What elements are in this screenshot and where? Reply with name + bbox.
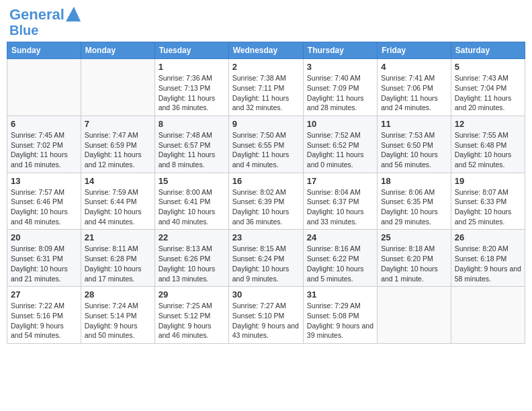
day-info: Sunrise: 7:48 AMSunset: 6:57 PMDaylight:… — [159, 130, 225, 170]
day-info: Sunrise: 8:15 AMSunset: 6:24 PMDaylight:… — [232, 244, 300, 283]
day-info: Sunrise: 7:57 AMSunset: 6:46 PMDaylight:… — [11, 187, 77, 227]
day-info: Sunrise: 7:25 AMSunset: 5:12 PMDaylight:… — [159, 301, 225, 340]
day-info: Sunrise: 7:52 AMSunset: 6:52 PMDaylight:… — [307, 130, 373, 170]
day-info: Sunrise: 8:16 AMSunset: 6:22 PMDaylight:… — [307, 244, 373, 283]
day-info: Sunrise: 8:06 AMSunset: 6:35 PMDaylight:… — [381, 187, 447, 227]
day-info: Sunrise: 8:20 AMSunset: 6:18 PMDaylight:… — [455, 244, 521, 283]
logo-blue-text: Blue — [9, 23, 38, 38]
day-info: Sunrise: 7:43 AMSunset: 7:04 PMDaylight:… — [455, 73, 521, 113]
calendar-cell: 14Sunrise: 7:59 AMSunset: 6:44 PMDayligh… — [81, 173, 154, 230]
calendar-cell: 25Sunrise: 8:18 AMSunset: 6:20 PMDayligh… — [378, 230, 451, 287]
calendar-cell: 20Sunrise: 8:09 AMSunset: 6:31 PMDayligh… — [7, 230, 81, 287]
day-number: 19 — [455, 176, 521, 186]
logo-text: General — [9, 7, 64, 23]
weekday-header-thursday: Thursday — [303, 42, 377, 59]
day-number: 28 — [85, 289, 151, 300]
day-number: 3 — [307, 62, 373, 72]
calendar-cell: 19Sunrise: 8:07 AMSunset: 6:33 PMDayligh… — [451, 173, 525, 230]
day-number: 21 — [85, 232, 151, 242]
day-info: Sunrise: 7:59 AMSunset: 6:44 PMDaylight:… — [85, 187, 151, 227]
calendar-cell: 18Sunrise: 8:06 AMSunset: 6:35 PMDayligh… — [378, 173, 451, 230]
day-info: Sunrise: 8:13 AMSunset: 6:26 PMDaylight:… — [159, 244, 225, 283]
day-info: Sunrise: 8:04 AMSunset: 6:37 PMDaylight:… — [307, 187, 373, 227]
day-number: 10 — [307, 119, 373, 129]
weekday-header-row: SundayMondayTuesdayWednesdayThursdayFrid… — [7, 42, 525, 59]
weekday-header-saturday: Saturday — [451, 42, 525, 59]
day-number: 14 — [85, 176, 151, 186]
calendar-cell: 3Sunrise: 7:40 AMSunset: 7:09 PMDaylight… — [303, 59, 377, 116]
day-number: 22 — [159, 232, 225, 242]
day-number: 25 — [381, 232, 447, 242]
calendar-cell: 13Sunrise: 7:57 AMSunset: 6:46 PMDayligh… — [7, 173, 81, 230]
day-info: Sunrise: 7:47 AMSunset: 6:59 PMDaylight:… — [85, 130, 151, 170]
calendar-cell: 9Sunrise: 7:50 AMSunset: 6:55 PMDaylight… — [228, 116, 303, 173]
day-info: Sunrise: 7:36 AMSunset: 7:13 PMDaylight:… — [159, 73, 225, 113]
calendar-table: SundayMondayTuesdayWednesdayThursdayFrid… — [7, 42, 525, 344]
calendar-week-5: 27Sunrise: 7:22 AMSunset: 5:16 PMDayligh… — [7, 287, 525, 344]
day-number: 17 — [307, 176, 373, 186]
day-number: 16 — [232, 176, 300, 186]
day-number: 12 — [455, 119, 521, 129]
day-info: Sunrise: 8:09 AMSunset: 6:31 PMDaylight:… — [11, 244, 77, 283]
day-number: 20 — [11, 232, 77, 242]
day-info: Sunrise: 8:02 AMSunset: 6:39 PMDaylight:… — [232, 187, 300, 227]
calendar-cell: 1Sunrise: 7:36 AMSunset: 7:13 PMDaylight… — [154, 59, 228, 116]
calendar-cell — [451, 287, 525, 344]
calendar-week-4: 20Sunrise: 8:09 AMSunset: 6:31 PMDayligh… — [7, 230, 525, 287]
calendar-cell: 4Sunrise: 7:41 AMSunset: 7:06 PMDaylight… — [378, 59, 451, 116]
day-info: Sunrise: 8:07 AMSunset: 6:33 PMDaylight:… — [455, 187, 521, 227]
calendar-week-3: 13Sunrise: 7:57 AMSunset: 6:46 PMDayligh… — [7, 173, 525, 230]
calendar-cell: 12Sunrise: 7:55 AMSunset: 6:48 PMDayligh… — [451, 116, 525, 173]
weekday-header-sunday: Sunday — [7, 42, 81, 59]
calendar-cell: 6Sunrise: 7:45 AMSunset: 7:02 PMDaylight… — [7, 116, 81, 173]
calendar-cell: 30Sunrise: 7:27 AMSunset: 5:10 PMDayligh… — [228, 287, 303, 344]
calendar-week-1: 1Sunrise: 7:36 AMSunset: 7:13 PMDaylight… — [7, 59, 525, 116]
weekday-header-monday: Monday — [81, 42, 154, 59]
weekday-header-wednesday: Wednesday — [228, 42, 303, 59]
day-info: Sunrise: 7:40 AMSunset: 7:09 PMDaylight:… — [307, 73, 373, 113]
calendar-cell: 5Sunrise: 7:43 AMSunset: 7:04 PMDaylight… — [451, 59, 525, 116]
calendar-cell — [378, 287, 451, 344]
calendar-cell: 7Sunrise: 7:47 AMSunset: 6:59 PMDaylight… — [81, 116, 154, 173]
calendar-cell: 28Sunrise: 7:24 AMSunset: 5:14 PMDayligh… — [81, 287, 154, 344]
calendar-cell: 26Sunrise: 8:20 AMSunset: 6:18 PMDayligh… — [451, 230, 525, 287]
day-number: 4 — [381, 62, 447, 72]
day-info: Sunrise: 7:38 AMSunset: 7:11 PMDaylight:… — [232, 73, 300, 113]
day-number: 15 — [159, 176, 225, 186]
calendar-cell: 29Sunrise: 7:25 AMSunset: 5:12 PMDayligh… — [154, 287, 228, 344]
weekday-header-tuesday: Tuesday — [154, 42, 228, 59]
day-info: Sunrise: 7:41 AMSunset: 7:06 PMDaylight:… — [381, 73, 447, 113]
day-number: 30 — [232, 289, 300, 300]
day-info: Sunrise: 8:18 AMSunset: 6:20 PMDaylight:… — [381, 244, 447, 283]
calendar-cell: 11Sunrise: 7:53 AMSunset: 6:50 PMDayligh… — [378, 116, 451, 173]
day-number: 7 — [85, 119, 151, 129]
day-info: Sunrise: 7:45 AMSunset: 7:02 PMDaylight:… — [11, 130, 77, 170]
calendar-cell: 15Sunrise: 8:00 AMSunset: 6:41 PMDayligh… — [154, 173, 228, 230]
day-info: Sunrise: 8:11 AMSunset: 6:28 PMDaylight:… — [85, 244, 151, 283]
day-number: 31 — [307, 289, 373, 300]
day-number: 23 — [232, 232, 300, 242]
day-number: 11 — [381, 119, 447, 129]
day-number: 1 — [159, 62, 225, 72]
calendar-cell: 22Sunrise: 8:13 AMSunset: 6:26 PMDayligh… — [154, 230, 228, 287]
calendar-cell: 10Sunrise: 7:52 AMSunset: 6:52 PMDayligh… — [303, 116, 377, 173]
day-number: 18 — [381, 176, 447, 186]
day-number: 27 — [11, 289, 77, 300]
day-number: 2 — [232, 62, 300, 72]
calendar-cell: 31Sunrise: 7:29 AMSunset: 5:08 PMDayligh… — [303, 287, 377, 344]
logo: General Blue — [9, 7, 81, 38]
day-info: Sunrise: 7:55 AMSunset: 6:48 PMDaylight:… — [455, 130, 521, 170]
calendar-cell: 17Sunrise: 8:04 AMSunset: 6:37 PMDayligh… — [303, 173, 377, 230]
day-number: 26 — [455, 232, 521, 242]
day-info: Sunrise: 7:29 AMSunset: 5:08 PMDaylight:… — [307, 301, 373, 340]
calendar-cell: 2Sunrise: 7:38 AMSunset: 7:11 PMDaylight… — [228, 59, 303, 116]
calendar-cell: 23Sunrise: 8:15 AMSunset: 6:24 PMDayligh… — [228, 230, 303, 287]
day-number: 9 — [232, 119, 300, 129]
page-header: General Blue — [7, 7, 525, 38]
day-number: 24 — [307, 232, 373, 242]
day-number: 5 — [455, 62, 521, 72]
day-number: 13 — [11, 176, 77, 186]
day-info: Sunrise: 8:00 AMSunset: 6:41 PMDaylight:… — [159, 187, 225, 227]
calendar-cell: 16Sunrise: 8:02 AMSunset: 6:39 PMDayligh… — [228, 173, 303, 230]
day-info: Sunrise: 7:27 AMSunset: 5:10 PMDaylight:… — [232, 301, 300, 340]
